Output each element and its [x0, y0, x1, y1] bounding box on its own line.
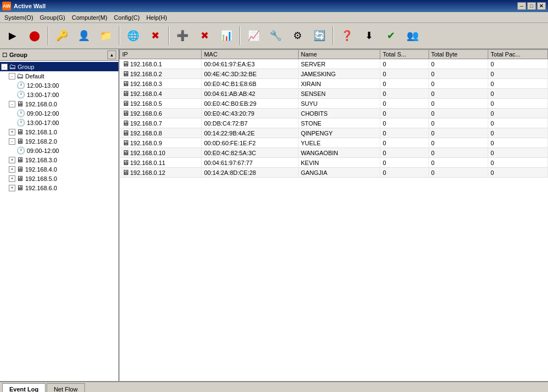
tree-content: - 🗂 Group - 🗂 Default 🕐 12:00-13:00 🕐 13… [0, 61, 118, 194]
cell-total-pac: 0 [488, 69, 548, 79]
cell-mac: 00:14:2A:8D:CE:28 [202, 168, 299, 178]
table-row[interactable]: 🖥192.168.0.9 00:0D:60:FE:1E:F2 YUELE 0 0… [120, 138, 548, 148]
col-total-byte[interactable]: Total Byte [429, 50, 488, 59]
key-button[interactable]: 🔑 [52, 25, 72, 46]
delete-button[interactable]: ✖ [145, 25, 165, 46]
cell-name: YUELE [298, 138, 380, 148]
cell-mac: 00:E0:4C:43:20:79 [202, 109, 299, 118]
table-row[interactable]: 🖥192.168.0.1 00:04:61:97:EA:E3 SERVER 0 … [120, 59, 548, 69]
menubar-item-computerm[interactable]: Computer(M) [68, 13, 111, 22]
check-button[interactable]: ✔ [380, 25, 401, 46]
cell-ip: 🖥192.168.0.5 [120, 99, 202, 109]
stats-button[interactable]: 📈 [243, 25, 264, 46]
menubar-item-systemo[interactable]: System(O) [1, 13, 37, 22]
col-name[interactable]: Name [298, 50, 380, 59]
tree-item-09-12[interactable]: 🕐 09:00-12:00 [0, 109, 118, 118]
tree-item-13-17[interactable]: 🕐 13:00-17:00 [0, 90, 118, 99]
config-button[interactable]: ⚙ [287, 25, 308, 46]
expand-icon-192-168-5-0[interactable]: + [9, 175, 15, 182]
tree-label-192-168-5-0: 192.168.5.0 [25, 175, 57, 182]
tree-item-group[interactable]: - 🗂 Group [0, 62, 118, 71]
default-icon: 🗂 [16, 72, 24, 80]
stop-button[interactable]: ⬤ [24, 25, 45, 46]
table-row[interactable]: 🖥192.168.0.11 00:04:61:97:67:77 KEVIN 0 … [120, 158, 548, 168]
tree-item-192-168-2-0[interactable]: - 🖥 192.168.2.0 [0, 137, 118, 146]
tab-net-flow[interactable]: Net Flow [47, 383, 84, 392]
cell-total-s: 0 [380, 79, 429, 89]
expand-icon-group[interactable]: - [1, 64, 8, 70]
cell-total-pac: 0 [488, 89, 548, 99]
cell-name: SERVER [298, 59, 380, 69]
tree-item-09-12b[interactable]: 🕐 09:00-12:00 [0, 146, 118, 155]
expand-icon-192-168-2-0[interactable]: - [9, 138, 15, 145]
expand-icon-192-168-4-0[interactable]: + [9, 166, 15, 173]
tree-item-192-168-5-0[interactable]: + 🖥 192.168.5.0 [0, 174, 118, 183]
menubar-item-groupg[interactable]: Group(G) [37, 13, 68, 22]
tree-label-13-17: 13:00-17:00 [27, 92, 59, 98]
user-button[interactable]: 👤 [73, 25, 94, 46]
refresh-button[interactable]: 🔄 [309, 25, 330, 46]
computer-table: IP MAC Name Total S... Total Byte Total … [119, 49, 548, 178]
tree-item-13-17b[interactable]: 🕐 13:00-17:00 [0, 118, 118, 127]
network-button[interactable]: 🌐 [123, 25, 144, 46]
tree-item-192-168-0-0[interactable]: - 🖥 192.168.0.0 [0, 99, 118, 109]
remove-button[interactable]: ✖ [194, 25, 215, 46]
cell-total-s: 0 [380, 118, 429, 128]
col-total-s[interactable]: Total S... [380, 50, 429, 59]
table-row[interactable]: 🖥192.168.0.12 00:14:2A:8D:CE:28 GANGJIA … [120, 168, 548, 178]
cell-total-pac: 0 [488, 128, 548, 138]
tab-bar: Event Log Net Flow [0, 382, 548, 392]
menubar-item-configc[interactable]: Config(C) [111, 13, 143, 22]
cell-name: KEVIN [298, 158, 380, 168]
cell-total-s: 0 [380, 148, 429, 158]
tree-item-default[interactable]: - 🗂 Default [0, 71, 118, 81]
play-button[interactable]: ▶ [2, 25, 23, 46]
table-row[interactable]: 🖥192.168.0.3 00:E0:4C:B1:E8:6B XIRAIN 0 … [120, 79, 548, 89]
table-row[interactable]: 🖥192.168.0.4 00:04:61:AB:AB:42 SENSEN 0 … [120, 89, 548, 99]
close-button[interactable]: ✕ [537, 2, 546, 10]
cell-total-byte: 0 [429, 138, 488, 148]
tools-button[interactable]: 🔧 [265, 25, 286, 46]
table-row[interactable]: 🖥192.168.0.5 00:E0:4C:B0:EB:29 SUYU 0 0 … [120, 99, 548, 109]
tree-item-192-168-3-0[interactable]: + 🖥 192.168.3.0 [0, 155, 118, 164]
tree-item-12-13[interactable]: 🕐 12:00-13:00 [0, 81, 118, 90]
add-button[interactable]: ➕ [172, 25, 193, 46]
table-row[interactable]: 🖥192.168.0.8 00:14:22:9B:4A:2E QINPENGY … [120, 128, 548, 138]
cell-total-byte: 0 [429, 168, 488, 178]
col-mac[interactable]: MAC [202, 50, 299, 59]
tab-event-log[interactable]: Event Log [2, 383, 45, 392]
folder-button[interactable]: 📁 [95, 25, 116, 46]
tree-item-192-168-4-0[interactable]: + 🖥 192.168.4.0 [0, 164, 118, 174]
tree-item-192-168-6-0[interactable]: + 🖥 192.168.6.0 [0, 183, 118, 192]
account-button[interactable]: 👥 [402, 25, 423, 46]
cell-total-pac: 0 [488, 109, 548, 118]
col-ip[interactable]: IP [120, 50, 202, 59]
table-row[interactable]: 🖥192.168.0.10 00:E0:4C:82:5A:3C WANGAOBI… [120, 148, 548, 158]
tree-scroll-up[interactable]: ▲ [107, 50, 116, 59]
help-button[interactable]: ❓ [336, 25, 357, 46]
cell-total-byte: 0 [429, 148, 488, 158]
menubar-item-helph[interactable]: Help(H) [143, 13, 170, 22]
expand-icon-default[interactable]: - [9, 73, 15, 79]
table-row[interactable]: 🖥192.168.0.2 00:4E:4C:3D:32:BE JAMESKING… [120, 69, 548, 79]
maximize-button[interactable]: □ [527, 2, 536, 10]
table-row[interactable]: 🖥192.168.0.7 00:DB:C4:72:B7 STONE 0 0 0 [120, 118, 548, 128]
expand-icon-192-168-3-0[interactable]: + [9, 157, 15, 163]
chart-button[interactable]: 📊 [216, 25, 237, 46]
minimize-button[interactable]: ─ [517, 2, 526, 10]
tree-label-09-12b: 09:00-12:00 [27, 147, 59, 154]
expand-icon-192-168-1-0[interactable]: + [9, 129, 15, 135]
col-total-pac[interactable]: Total Pac... [488, 50, 548, 59]
table-row[interactable]: 🖥192.168.0.6 00:E0:4C:43:20:79 CHOBITS 0… [120, 109, 548, 118]
cell-name: GANGJIA [298, 168, 380, 178]
toolbar-sep-4 [239, 26, 241, 45]
download-button[interactable]: ⬇ [358, 25, 379, 46]
tree-item-192-168-1-0[interactable]: + 🖥 192.168.1.0 [0, 127, 118, 137]
cell-total-s: 0 [380, 158, 429, 168]
tree-label-192-168-0-0: 192.168.0.0 [25, 101, 57, 107]
expand-icon-192-168-0-0[interactable]: - [9, 101, 15, 107]
cell-total-byte: 0 [429, 158, 488, 168]
tree-label-192-168-3-0: 192.168.3.0 [25, 157, 57, 163]
expand-icon-192-168-6-0[interactable]: + [9, 185, 15, 191]
cell-ip: 🖥192.168.0.2 [120, 69, 202, 79]
